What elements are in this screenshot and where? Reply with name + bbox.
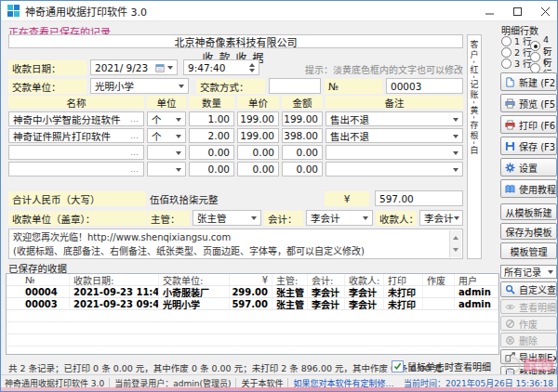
record-cell[interactable]: 2021-09-23 09:47:40 — [70, 298, 159, 310]
method-input[interactable] — [269, 78, 321, 94]
filter-dropdown-arrow[interactable] — [548, 270, 553, 277]
name-browse-button[interactable]: … — [130, 164, 140, 174]
save-as-template-button[interactable]: 保存为模板 — [500, 223, 557, 240]
unit-dropdown-arrow[interactable] — [176, 168, 181, 175]
preview-button[interactable]: 预览 (F5) — [500, 94, 557, 112]
item-note-cell[interactable] — [326, 145, 463, 160]
record-col-void[interactable]: 作废 — [423, 274, 455, 286]
minimize-button[interactable] — [475, 1, 503, 20]
record-col-manager[interactable]: 主管: — [272, 274, 308, 286]
payee-combo[interactable]: 李会计 — [419, 210, 463, 226]
payer-combo[interactable]: 光明小学 — [90, 78, 189, 94]
record-cell[interactable]: 00003 — [7, 298, 70, 310]
record-cell[interactable]: 00004 — [7, 286, 70, 298]
time-spin-buttons[interactable] — [249, 60, 255, 75]
record-col-payee[interactable]: 收款人: — [345, 274, 384, 286]
item-unit-cell[interactable] — [147, 162, 186, 176]
item-price-cell[interactable]: 0.00 — [237, 145, 279, 160]
time-spinner[interactable]: 9:47:40 — [183, 59, 259, 75]
name-browse-button[interactable]: … — [130, 114, 140, 124]
item-qty-cell[interactable]: 0.00 — [189, 162, 234, 176]
item-qty-cell[interactable]: 0.00 — [189, 145, 234, 160]
tutorial-button[interactable]: 使用教程 — [500, 179, 557, 198]
record-col-user[interactable]: 用户 — [455, 274, 498, 286]
record-col-amount[interactable]: ¥ — [230, 274, 272, 286]
radio-rows-3[interactable]: 3 行 — [501, 57, 532, 70]
item-name-cell[interactable]: … — [8, 162, 144, 176]
record-cell[interactable]: admin — [455, 286, 498, 298]
manager-combo[interactable]: 张主管 — [193, 210, 261, 226]
settings-button[interactable]: 设置 — [500, 158, 557, 176]
record-cell[interactable]: 张主管 — [272, 286, 308, 298]
record-cell[interactable]: 299.00 — [230, 286, 272, 298]
item-amount-cell[interactable]: 199.00 — [282, 111, 323, 126]
item-name-cell[interactable]: 神奇中小学智能分班软件 … — [8, 111, 144, 126]
record-col-date[interactable]: 收款日期: — [70, 274, 159, 286]
item-note-cell[interactable]: 售出不退 — [326, 111, 463, 126]
date-dropdown-arrow[interactable] — [167, 66, 173, 72]
manager-dropdown-arrow[interactable] — [251, 216, 257, 223]
receipt-no-input[interactable]: 00003 — [386, 78, 463, 94]
template-manager-button[interactable]: 模板管理 — [500, 242, 557, 259]
unit-dropdown-arrow[interactable] — [176, 151, 181, 158]
payee-dropdown-arrow[interactable] — [454, 216, 459, 223]
total-amount-input[interactable]: 597.00 — [375, 190, 463, 206]
record-cell[interactable] — [423, 298, 455, 310]
item-qty-cell[interactable]: 1.00 — [189, 111, 234, 126]
unit-dropdown-arrow[interactable] — [176, 135, 181, 141]
item-price-cell[interactable]: 0.00 — [237, 162, 279, 176]
footer-note-textarea[interactable]: 欢迎您再次光临！http://www.shenqixiangsu.com (收据… — [8, 229, 463, 259]
company-name-field[interactable]: 北京神奇像素科技有限公司 — [8, 34, 463, 48]
record-cell[interactable] — [423, 286, 455, 298]
item-unit-cell[interactable]: 个 — [147, 128, 186, 143]
record-cell[interactable]: 李会计 — [345, 286, 384, 298]
record-cell[interactable]: 597.00 — [230, 298, 272, 310]
custom-query-button[interactable]: 自定义查询 — [500, 281, 557, 297]
accountant-combo[interactable]: 李会计 — [306, 210, 373, 226]
item-amount-cell[interactable]: 0.00 — [282, 162, 323, 176]
record-cell[interactable]: 光明小学 — [159, 298, 230, 310]
item-name-cell[interactable]: 神奇证件照片打印软件 … — [8, 128, 144, 143]
record-cell[interactable]: 李会计 — [345, 298, 384, 310]
accountant-dropdown-arrow[interactable] — [363, 216, 368, 223]
item-price-cell[interactable]: 199.00 — [237, 128, 279, 143]
item-amount-cell[interactable]: 0.00 — [282, 145, 323, 160]
record-col-accountant[interactable]: 会计: — [308, 274, 345, 286]
name-browse-button[interactable]: … — [130, 148, 140, 157]
view-detail-button[interactable]: 查看明细 — [500, 299, 557, 314]
record-cell[interactable]: 未打印 — [384, 298, 423, 310]
save-button[interactable]: 保存 (F3) — [500, 137, 557, 155]
export-excel-button[interactable]: 导出到Excel — [500, 349, 557, 364]
item-name-cell[interactable]: … — [8, 145, 144, 160]
maximize-button[interactable] — [503, 1, 531, 20]
textarea-scrollbar[interactable] — [449, 230, 461, 257]
view-detail-on-click-checkbox[interactable]: 鼠标单击时查看明细 — [392, 359, 491, 373]
record-cell[interactable]: 未打印 — [384, 286, 423, 298]
note-dropdown-arrow[interactable] — [453, 168, 458, 175]
item-amount-cell[interactable]: 398.00 — [282, 128, 323, 143]
date-picker[interactable]: 2021/ 9/23 — [90, 59, 178, 75]
record-cell[interactable]: 张主管 — [272, 298, 308, 310]
item-qty-cell[interactable]: 2.00 — [189, 128, 234, 143]
record-cell[interactable]: 李会计 — [308, 286, 345, 298]
void-button[interactable]: 作废 — [500, 316, 557, 331]
item-price-cell[interactable]: 199.00 — [237, 111, 279, 126]
record-cell[interactable]: 李会计 — [308, 298, 345, 310]
item-note-cell[interactable]: 售出不退 — [326, 128, 463, 143]
note-dropdown-arrow[interactable] — [453, 118, 458, 124]
note-dropdown-arrow[interactable] — [453, 151, 458, 158]
new-from-template-button[interactable]: 从模板新建 — [500, 203, 557, 220]
record-cell[interactable]: 2021-09-23 11:48:17 — [70, 286, 159, 298]
payer-dropdown-arrow[interactable] — [179, 85, 184, 91]
new-button[interactable]: 新建 (F2) — [500, 72, 557, 91]
record-col-printed[interactable]: 打印 — [384, 274, 423, 286]
unit-dropdown-arrow[interactable] — [176, 118, 181, 124]
delete-button[interactable]: 删除 — [500, 333, 557, 347]
record-col-payer[interactable]: 交款单位: — [159, 274, 230, 286]
close-button[interactable] — [531, 1, 558, 20]
record-cell[interactable]: 小奇服装厂 — [159, 286, 230, 298]
item-note-cell[interactable] — [326, 162, 463, 176]
name-browse-button[interactable]: … — [130, 131, 140, 140]
item-unit-cell[interactable]: 个 — [147, 111, 186, 126]
record-cell[interactable]: admin — [455, 298, 498, 310]
